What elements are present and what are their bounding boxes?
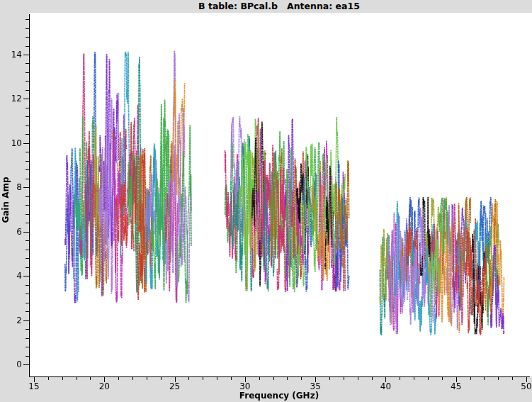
plot-title: B table: BPcal.b Antenna: ea15	[0, 0, 532, 13]
figure-area: Frequency (GHz) Gain Amp	[0, 13, 532, 402]
x-axis-label: Frequency (GHz)	[29, 391, 529, 401]
data-canvas	[0, 13, 532, 402]
bandpass-plot-window: B table: BPcal.b Antenna: ea15 Frequency…	[0, 0, 532, 402]
y-axis-label: Gain Amp	[1, 153, 11, 247]
